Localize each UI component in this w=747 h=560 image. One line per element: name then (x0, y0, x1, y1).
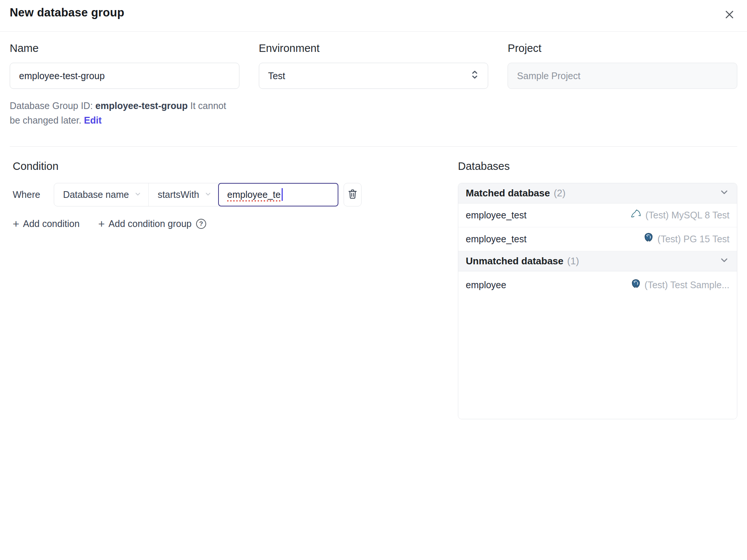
db-row: employee_test (Test) PG 15 Test (458, 227, 737, 251)
name-field-block: Name employee-test-group Database Group … (10, 42, 239, 128)
environment-label: Environment (259, 42, 489, 55)
db-instance-label: (Test) PG 15 Test (657, 234, 729, 245)
close-icon (724, 16, 735, 21)
environment-field-block: Environment Test (259, 42, 489, 128)
add-condition-button[interactable]: + Add condition (13, 218, 80, 230)
environment-select[interactable]: Test (259, 63, 489, 89)
trash-icon (347, 188, 358, 201)
postgresql-icon (631, 279, 641, 292)
db-instance: (Test) PG 15 Test (644, 233, 729, 245)
chevron-down-icon (204, 189, 212, 200)
condition-value-text: employee_te (227, 189, 280, 200)
unmatched-section-title: Unmatched database (466, 255, 564, 267)
project-label: Project (508, 42, 737, 55)
chevron-down-icon (719, 255, 729, 267)
db-row: employee_test (Test) MySQL 8 Test (458, 203, 737, 227)
group-id-hint: Database Group ID: employee-test-group I… (10, 99, 238, 128)
dialog-header: New database group (0, 0, 747, 32)
matched-section-count: (2) (554, 187, 565, 199)
db-instance-label: (Test) MySQL 8 Test (645, 210, 729, 221)
operator-select[interactable]: startsWith (148, 183, 218, 206)
db-instance: (Test) Test Sample... (631, 279, 729, 292)
updown-chevron-icon (471, 70, 479, 82)
plus-icon: + (98, 218, 105, 230)
group-id-hint-prefix: Database Group ID: (10, 100, 95, 111)
condition-actions: + Add condition + Add condition group ? (13, 218, 458, 230)
dialog-title: New database group (10, 6, 124, 19)
chevron-down-icon (134, 189, 142, 200)
condition-heading: Condition (13, 160, 458, 172)
panel-empty-area (458, 299, 737, 419)
form-section: Name employee-test-group Database Group … (0, 32, 747, 128)
databases-panel: Matched database(2) employee_test (458, 183, 737, 419)
postgresql-icon (644, 233, 654, 245)
where-label: Where (13, 183, 40, 206)
add-condition-label: Add condition (23, 218, 80, 229)
db-name: employee (466, 280, 506, 290)
condition-section: Condition Where Database name startsWith (10, 160, 458, 230)
project-field-block: Project Sample Project (508, 42, 737, 128)
project-input-value: Sample Project (517, 71, 580, 81)
text-caret (282, 188, 283, 201)
group-id-value: employee-test-group (95, 100, 187, 111)
unmatched-section-header[interactable]: Unmatched database(1) (458, 251, 737, 271)
factor-select[interactable]: Database name (54, 183, 149, 206)
db-instance: (Test) MySQL 8 Test (630, 209, 729, 221)
unmatched-section-count: (1) (567, 255, 579, 267)
project-input: Sample Project (508, 63, 737, 89)
db-name: employee_test (466, 234, 527, 245)
name-label: Name (10, 42, 239, 55)
chevron-down-icon (719, 187, 729, 199)
name-input[interactable]: employee-test-group (10, 63, 239, 89)
condition-value-input[interactable]: employee_te (218, 183, 338, 206)
db-instance-label: (Test) Test Sample... (645, 280, 729, 290)
factor-select-value: Database name (63, 189, 129, 200)
condition-group: Database name startsWith employee_te (54, 183, 339, 206)
databases-heading: Databases (458, 160, 737, 172)
condition-row: Where Database name startsWith employee_… (13, 183, 458, 206)
db-name: employee_test (466, 210, 527, 221)
delete-condition-button[interactable] (344, 183, 362, 206)
mysql-icon (630, 209, 642, 221)
help-icon[interactable]: ? (196, 219, 206, 229)
environment-select-value: Test (268, 71, 285, 81)
add-condition-group-button[interactable]: + Add condition group ? (98, 218, 206, 230)
db-row: employee (Test) Test Sample... (458, 271, 737, 299)
plus-icon: + (13, 218, 19, 230)
operator-select-value: startsWith (158, 189, 199, 200)
matched-section-title: Matched database (466, 187, 550, 199)
name-input-value: employee-test-group (19, 71, 105, 81)
matched-section-header[interactable]: Matched database(2) (458, 183, 737, 203)
close-button[interactable] (722, 7, 737, 24)
edit-link[interactable]: Edit (84, 115, 102, 125)
add-condition-group-label: Add condition group (109, 218, 192, 229)
databases-section: Databases Matched database(2) employee_t… (458, 160, 737, 419)
